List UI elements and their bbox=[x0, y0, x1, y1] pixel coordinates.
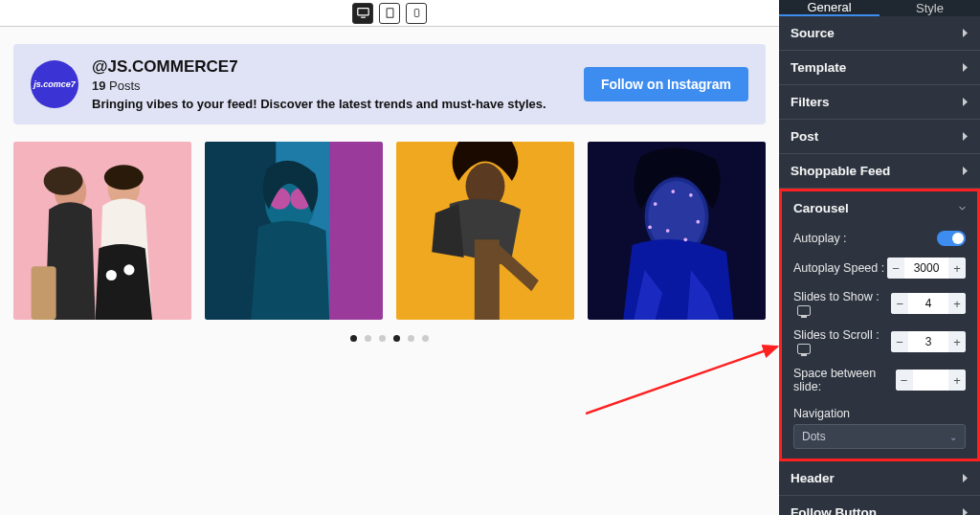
panel-post[interactable]: Post bbox=[779, 120, 980, 154]
carousel-track bbox=[13, 142, 766, 320]
posts-count: 19 Posts bbox=[92, 78, 570, 93]
autoplay-speed-stepper[interactable]: − + bbox=[887, 258, 966, 279]
panel-header[interactable]: Header bbox=[779, 461, 980, 496]
svg-rect-9 bbox=[32, 266, 56, 320]
panel-carousel-section: Carousel Autoplay : Autoplay Speed : − +… bbox=[779, 189, 980, 461]
dot[interactable] bbox=[350, 335, 357, 342]
decrement-button[interactable]: − bbox=[891, 331, 908, 352]
svg-rect-3 bbox=[414, 10, 419, 17]
tab-general[interactable]: General bbox=[779, 0, 880, 16]
slides-show-input[interactable] bbox=[908, 297, 948, 310]
svg-point-24 bbox=[654, 202, 657, 206]
svg-rect-0 bbox=[357, 9, 368, 15]
chevron-right-icon bbox=[962, 507, 969, 515]
svg-point-10 bbox=[44, 167, 83, 195]
carousel-slide[interactable] bbox=[13, 142, 191, 320]
desktop-icon bbox=[797, 344, 811, 354]
slides-scroll-input[interactable] bbox=[908, 335, 948, 348]
sidebar-tabs: General Style bbox=[779, 0, 980, 16]
desktop-device-button[interactable] bbox=[352, 3, 373, 24]
dot[interactable] bbox=[422, 335, 429, 342]
svg-rect-2 bbox=[387, 9, 393, 18]
decrement-button[interactable]: − bbox=[887, 258, 904, 279]
space-between-control: Space between slide: − + bbox=[782, 361, 977, 399]
decrement-button[interactable]: − bbox=[896, 369, 913, 391]
chevron-right-icon bbox=[962, 473, 969, 483]
tab-style[interactable]: Style bbox=[880, 0, 980, 16]
autoplay-speed-input[interactable] bbox=[904, 261, 948, 275]
autoplay-toggle[interactable] bbox=[937, 231, 966, 246]
svg-point-7 bbox=[106, 270, 117, 280]
panel-follow-button[interactable]: Follow Button bbox=[779, 496, 980, 515]
slides-show-control: Slides to Show : − + bbox=[782, 284, 977, 323]
svg-point-30 bbox=[671, 190, 675, 193]
navigation-label: Navigation bbox=[782, 399, 977, 424]
preview-area: js.comce7 @JS.COMMERCE7 19 Posts Bringin… bbox=[0, 0, 779, 515]
mobile-device-button[interactable] bbox=[406, 3, 427, 24]
svg-point-8 bbox=[123, 264, 134, 275]
chevron-right-icon bbox=[962, 97, 969, 107]
increment-button[interactable]: + bbox=[948, 258, 966, 279]
chevron-down-icon: ⌄ bbox=[949, 432, 957, 442]
chevron-right-icon bbox=[962, 131, 969, 142]
dot[interactable] bbox=[408, 335, 414, 342]
desktop-icon bbox=[797, 305, 811, 316]
svg-point-27 bbox=[696, 220, 700, 224]
space-between-stepper[interactable]: − + bbox=[896, 369, 966, 391]
follow-button[interactable]: Follow on Instagram bbox=[584, 67, 748, 101]
space-between-input[interactable] bbox=[913, 373, 948, 387]
panel-template[interactable]: Template bbox=[779, 51, 980, 85]
settings-sidebar: General Style Source Template Filters Po… bbox=[779, 0, 980, 515]
profile-bio: Bringing vibes to your feed! Discover th… bbox=[92, 97, 570, 111]
feed-header: js.comce7 @JS.COMMERCE7 19 Posts Bringin… bbox=[13, 44, 766, 124]
increment-button[interactable]: + bbox=[948, 369, 966, 391]
tablet-device-button[interactable] bbox=[379, 3, 400, 24]
profile-avatar[interactable]: js.comce7 bbox=[31, 60, 78, 108]
chevron-right-icon bbox=[962, 166, 969, 176]
panel-shoppable[interactable]: Shoppable Feed bbox=[779, 154, 980, 189]
svg-point-11 bbox=[104, 165, 144, 190]
slides-scroll-stepper[interactable]: − + bbox=[891, 331, 966, 352]
carousel-dots bbox=[13, 335, 766, 342]
dot[interactable] bbox=[393, 335, 400, 342]
panel-source[interactable]: Source bbox=[779, 16, 980, 51]
panel-filters[interactable]: Filters bbox=[779, 85, 980, 120]
svg-point-25 bbox=[689, 193, 693, 197]
navigation-select[interactable]: Dots ⌄ bbox=[793, 424, 966, 449]
panel-carousel[interactable]: Carousel bbox=[782, 191, 977, 225]
dot[interactable] bbox=[379, 335, 386, 342]
increment-button[interactable]: + bbox=[948, 331, 966, 352]
carousel-slide[interactable] bbox=[588, 142, 766, 320]
chevron-right-icon bbox=[962, 62, 969, 73]
autoplay-control: Autoplay : bbox=[782, 225, 977, 252]
svg-rect-20 bbox=[475, 239, 500, 320]
increment-button[interactable]: + bbox=[948, 293, 966, 314]
svg-point-26 bbox=[666, 229, 670, 233]
svg-rect-14 bbox=[329, 142, 383, 320]
profile-handle[interactable]: @JS.COMMERCE7 bbox=[92, 57, 570, 77]
chevron-down-icon bbox=[959, 203, 966, 213]
profile-info: @JS.COMMERCE7 19 Posts Bringing vibes to… bbox=[92, 57, 570, 111]
carousel-slide[interactable] bbox=[205, 142, 383, 320]
slides-show-stepper[interactable]: − + bbox=[891, 293, 966, 314]
dot[interactable] bbox=[365, 335, 371, 342]
decrement-button[interactable]: − bbox=[891, 293, 908, 314]
slides-scroll-control: Slides to Scroll : − + bbox=[782, 323, 977, 361]
carousel-slide[interactable] bbox=[396, 142, 574, 320]
svg-rect-1 bbox=[361, 17, 366, 18]
svg-point-29 bbox=[683, 237, 687, 241]
canvas: js.comce7 @JS.COMMERCE7 19 Posts Bringin… bbox=[0, 27, 779, 515]
device-bar bbox=[0, 0, 779, 27]
autoplay-speed-control: Autoplay Speed : − + bbox=[782, 252, 977, 284]
svg-point-28 bbox=[648, 225, 652, 229]
chevron-right-icon bbox=[962, 28, 969, 38]
